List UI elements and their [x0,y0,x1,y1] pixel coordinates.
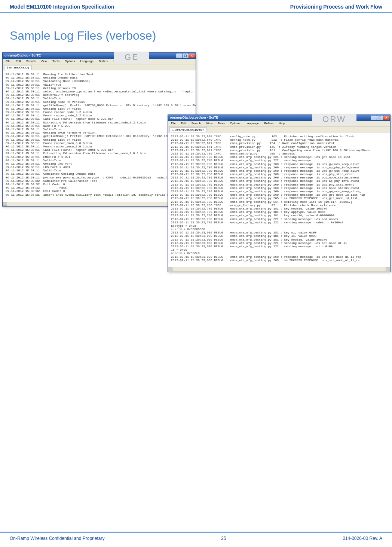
log-line: 2012-09-11 15:30:22,780 DEBUG emcm_ota_m… [171,162,389,166]
log-line: 09-11-2012 15:30:11 Getting LKS Port [6,162,194,165]
menu-item[interactable]: Buffers [97,59,110,64]
log-line: 09-11-2012 15:30:11 Running Pre Calibrat… [6,73,194,76]
log-line: 2012-09-11 15:30:23,000 DEBUG emcm_ota_m… [171,245,389,248]
menu-item[interactable]: Search [190,121,202,126]
menu-item[interactable]: Buffers [263,121,275,126]
hscrollbar-ge[interactable] [3,202,196,206]
window-scite-ge: onrampOta.log - SciTE – ▢ X FileEditSear… [2,52,196,207]
scroll-right-icon[interactable] [386,268,390,271]
menu-item[interactable]: Edit [180,121,188,126]
log-line: 09-11-2012 15:30:32 Exit Code: 0 [6,183,194,186]
log-line: 09-11-2012 15:30:11 getFileName(): Prefi… [6,104,194,107]
log-line: 09-11-2012 15:30:11 Valid=True [6,83,194,86]
overlay-label-orw: ORW [312,114,356,125]
log-line: 2012-09-11 15:30:22,780 DEBUG emcm_ota_m… [171,196,389,200]
footer-left: On-Ramp Wireless Confidential and Propri… [10,536,104,541]
log-line: 2012-09-11 15:30:22,780 DEBUG emcm_ota_m… [171,190,389,193]
log-line: 09-11-2012 15:30:11 Valid=True [6,128,194,131]
page-title: Sample Log Files (verbose) [10,29,382,43]
log-line: 09-11-2012 15:30:11 Getting list of file… [6,107,194,110]
log-line: 09-11-2012 15:30:11 Getting Node FW Vers… [6,100,194,104]
menu-item[interactable]: Help [277,121,286,126]
log-line: 2012-09-11 15:30:22,780 INFO emcm_set_cf… [171,152,389,155]
close-button[interactable]: X [383,116,389,120]
log-line: 2012-09-11 15:30:22,671 INFO emcm_provis… [171,141,389,145]
tab-ge[interactable]: 1 onrampOta.log [4,65,32,70]
menu-item[interactable]: Language [79,59,95,64]
log-line: 09-11-2012 15:30:32 Completed Pre Calibr… [6,179,194,183]
log-line: 2012-09-11 15:30:22,780 DEBUG emcm_ota_m… [171,207,389,210]
log-line: 2012-09-11 15:30:22,780 DEBUG emcm_ota_m… [171,159,389,162]
overlay-label-ge: GE [114,52,149,63]
menu-item[interactable]: Tools [216,121,226,126]
minimize-button[interactable]: – [371,116,377,120]
menubar-ge: FileEditSearchViewToolsOptionsLanguageBu… [3,59,196,64]
log-line: 2012-09-11 15:30:23,000 DEBUG emcm_ota_m… [171,259,389,262]
log-line: 09-11-2012 15:30:11 Completed Getting On… [6,172,194,175]
header-right: Provisioning Process and Work Flow [290,4,382,10]
tab-orw[interactable]: 1 onrampOta.log.python [169,127,207,132]
scroll-left-icon[interactable] [168,268,172,271]
maximize-button[interactable]: ▢ [183,54,189,58]
menu-item[interactable]: View [39,59,49,64]
log-line: apptype = 0x0a [171,224,389,227]
menu-item[interactable]: Language [244,121,261,126]
scroll-left-icon[interactable] [3,202,7,206]
log-line: 2012-09-11 15:30:22,780 DEBUG emcm_ota_m… [171,172,389,176]
log-line: 09-11-2012 15:30:11 Last File Found: rap… [6,148,194,152]
log-line: 09-11-2012 15:30:11 Getting list of file… [6,138,194,141]
footer-right: 014-0026-00 Rev. A [343,536,382,541]
menu-item[interactable]: File [169,121,177,126]
log-line: 2012-09-11 15:30:22,515 INFO config_node… [171,135,389,138]
log-line: 2012-09-11 15:30:22,780 DEBUG emcm_ota_m… [171,166,389,169]
log-line: 2012-09-11 15:30:22,780 DEBUG emcm_ota_m… [171,169,389,172]
menu-item[interactable]: Edit [14,59,22,64]
maximize-button[interactable]: ▢ [377,116,383,120]
log-line: 2012-09-11 15:30:22,780 INFO orw_ge_fact… [171,204,389,207]
titlebar-ge[interactable]: onrampOta.log - SciTE – ▢ X [3,53,196,59]
log-line: 2012-09-11 15:30:22,780 DEBUG emcm_ota_m… [171,186,389,190]
titlebar-orw[interactable]: onrampOta.log.python - SciTE – ▢ X [168,115,390,121]
log-line: 09-11-2012 15:30:11 NetworkID = testProg [6,93,194,97]
log-line: custid = 0x00000000 [171,227,389,231]
header-left: Model EM110100 Integration Specification [10,4,114,10]
menu-item[interactable]: Search [25,59,37,64]
log-line: 2012-09-11 15:30:23,000 DEBUG emcm_ota_m… [171,231,389,234]
log-line: 2012-09-11 15:30:22,671 INFO emcm_provis… [171,145,389,149]
log-line: nodeid = 0x306e8 [171,251,389,255]
log-area-ge[interactable]: 09-11-2012 15:30:11 Running Pre Calibrat… [3,70,196,202]
log-line: li = 0x00 [171,248,389,251]
log-line: 2012-09-11 15:30:22,640 INFO config_node… [171,138,389,141]
hscrollbar-orw[interactable] [168,267,390,272]
log-line: 09-11-2012 15:30:11 EMCM FW = 1.0.1 [6,155,194,159]
log-line: 09-11-2012 15:30:11 select option_board_… [6,90,194,93]
log-line: 09-11-2012 15:30:11 Getting OnRamp Data [6,76,194,79]
menu-item[interactable]: File [4,59,12,64]
log-line: 09-11-2012 15:30:11 Valid=True [6,169,194,172]
menu-item[interactable]: Options [229,121,242,126]
log-line: 2012-09-11 15:30:22,780 DEBUG emcm_ota_m… [171,214,389,217]
window-scite-orw: onrampOta.log.python - SciTE – ▢ X FileE… [168,114,391,272]
log-line: 2012-09-11 15:30:22,780 DEBUG emcm_ota_m… [171,217,389,221]
window-title-ge: onrampOta.log - SciTE [3,54,176,58]
log-line: 09-11-2012 15:30:11 getFileName(): Prefi… [6,134,194,138]
minimize-button[interactable]: – [176,54,182,58]
log-line: 2012-09-11 15:30:22,780 DEBUG emcm_ota_m… [171,179,389,183]
log-line: 09-11-2012 15:30:11 Getting EMCM Firmwar… [6,131,194,134]
log-line: 2012-09-11 15:30:22,780 DEBUG emcm_ota_m… [171,210,389,214]
log-line: 09-11-2012 15:30:11 python.exe py\orw_ge… [6,176,194,179]
log-line: 09-11-2012 15:30:11 Getting Network ID [6,86,194,90]
log-line: 09-11-2012 15:30:11 Extracting FW versio… [6,121,194,124]
log-line: 2012-09-11 15:30:23,000 DEBUG emcm_ota_m… [171,238,389,241]
tabstrip-ge: 1 onrampOta.log [3,64,196,70]
log-line: 09-11-2012 15:30:11 Validating Node (000… [6,79,194,83]
menu-item[interactable]: View [205,121,214,126]
close-button[interactable]: X [189,54,195,58]
log-line: 09-11-2012 15:30:32 Exit Code: 0 [6,189,194,193]
menu-item[interactable]: Options [63,59,77,64]
log-line: 09-11-2012 15:30:11 Found raptor_emcm_0.… [6,141,194,145]
log-line: 2012-09-11 15:30:22,780 DEBUG emcm_ota_m… [171,221,389,224]
menu-item[interactable]: Tools [51,59,61,64]
log-area-orw[interactable]: 2012-09-11 15:30:22,515 INFO config_node… [168,132,390,267]
log-line: 2012-09-11 15:30:23,000 DEBUG emcm_ota_m… [171,234,389,238]
